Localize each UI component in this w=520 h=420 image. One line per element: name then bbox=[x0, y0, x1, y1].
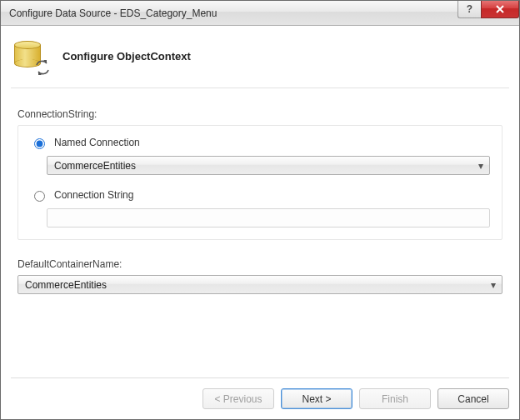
content-area: ConnectionString: Named Connection Comme… bbox=[11, 88, 509, 378]
defaultcontainer-value: CommerceEntities bbox=[25, 279, 107, 291]
titlebar[interactable]: Configure Data Source - EDS_Category_Men… bbox=[1, 1, 519, 26]
defaultcontainer-dropdown[interactable]: CommerceEntities ▾ bbox=[18, 275, 502, 294]
named-connection-block: Named Connection CommerceEntities ▾ bbox=[30, 136, 490, 175]
connectionstring-group: Named Connection CommerceEntities ▾ Conn… bbox=[18, 125, 502, 240]
window-title: Configure Data Source - EDS_Category_Men… bbox=[9, 8, 217, 19]
page-header: Configure ObjectContext bbox=[11, 34, 509, 88]
page-title: Configure ObjectContext bbox=[62, 50, 191, 62]
next-button[interactable]: Next > bbox=[281, 388, 352, 409]
help-button[interactable]: ? bbox=[458, 1, 481, 18]
connectionstring-label: ConnectionString: bbox=[18, 108, 502, 120]
close-button[interactable] bbox=[481, 1, 519, 18]
refresh-icon bbox=[34, 59, 51, 76]
previous-button: < Previous bbox=[202, 388, 274, 409]
connection-string-radio[interactable] bbox=[34, 191, 45, 202]
named-connection-label[interactable]: Named Connection bbox=[54, 137, 140, 148]
chevron-down-icon: ▾ bbox=[488, 279, 498, 291]
dialog-window: Configure Data Source - EDS_Category_Men… bbox=[0, 0, 520, 420]
close-icon bbox=[495, 5, 505, 13]
chevron-down-icon: ▾ bbox=[476, 160, 486, 172]
connection-string-label[interactable]: Connection String bbox=[54, 189, 133, 201]
connection-string-input[interactable] bbox=[47, 208, 490, 228]
dialog-body: Configure ObjectContext ConnectionString… bbox=[1, 26, 519, 419]
defaultcontainer-label: DefaultContainerName: bbox=[18, 258, 502, 270]
named-connection-value: CommerceEntities bbox=[54, 160, 136, 172]
database-icon bbox=[14, 39, 48, 72]
finish-button: Finish bbox=[359, 388, 431, 409]
help-icon: ? bbox=[467, 3, 472, 15]
cancel-button[interactable]: Cancel bbox=[438, 388, 509, 409]
button-row: < Previous Next > Finish Cancel bbox=[11, 378, 509, 409]
named-connection-dropdown[interactable]: CommerceEntities ▾ bbox=[47, 156, 490, 175]
named-connection-radio[interactable] bbox=[34, 138, 45, 149]
window-controls: ? bbox=[458, 1, 519, 18]
connection-string-block: Connection String bbox=[30, 188, 490, 228]
